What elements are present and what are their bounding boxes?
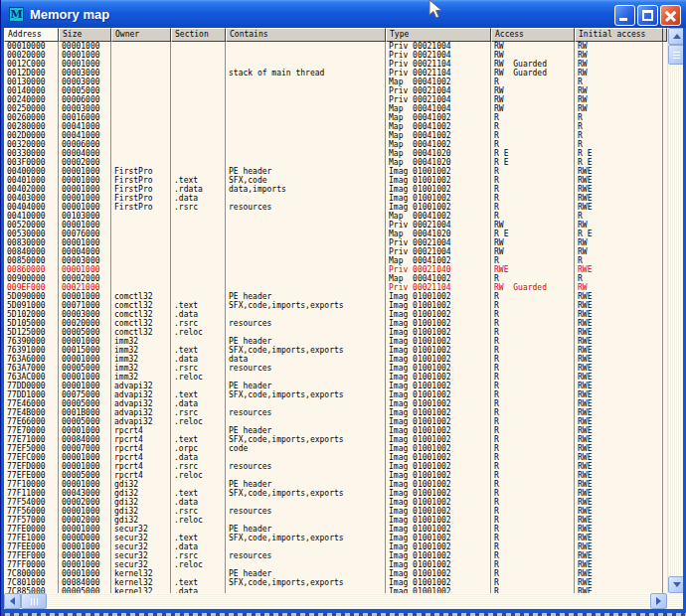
cell-type: Imag 01001002 (386, 319, 491, 328)
table-row[interactable]: 00240000 00006000 Priv 00021004 RW RW (4, 95, 667, 104)
table-row[interactable]: 009EF000 00021000 Priv 00021104 RW Guard… (4, 283, 667, 292)
cell-initial-access: RWE (575, 328, 663, 337)
scroll-left-button[interactable] (4, 593, 21, 609)
table-row[interactable]: 00400000 00001000 FirstPro PE header Ima… (4, 167, 667, 176)
table-row[interactable]: 00900000 00002000 Map 00041002 R R (4, 274, 667, 283)
cell-address: 00260000 (4, 113, 59, 122)
table-row[interactable]: 00140000 00005000 Priv 00021004 RW RW (4, 86, 667, 95)
table-row[interactable]: 763A6000 00001000 imm32 .data data Imag … (4, 355, 667, 364)
table-row[interactable]: 77F11000 00043000 gdi32 .text SFX,code,i… (4, 489, 667, 498)
table-row[interactable]: 00410000 00103000 Map 00041002 R R (4, 212, 667, 221)
cell-address: 77EF5000 (4, 444, 59, 453)
table-row[interactable]: 77F57000 00002000 gdi32 .reloc Imag 0100… (4, 516, 667, 525)
table-row[interactable]: 00260000 00016000 Map 00041002 R R (4, 113, 667, 122)
scroll-up-button[interactable] (668, 28, 684, 45)
table-row[interactable]: 7C800000 00001000 kernel32 PE header Ima… (4, 569, 667, 578)
horizontal-scrollbar[interactable] (4, 593, 667, 609)
table-row[interactable]: 00520000 00001000 Priv 00021004 RW RW (4, 221, 667, 230)
table-row[interactable]: 00860000 00001000 Priv 00021040 RWE RWE (4, 265, 667, 274)
column-header-initial-access[interactable]: Initial access (575, 28, 663, 42)
table-row[interactable]: 763A7000 00005000 imm32 .rsrc resources … (4, 364, 667, 373)
table-row[interactable]: 77FE1000 0000D000 secur32 .text SFX,code… (4, 534, 667, 542)
column-header-owner[interactable]: Owner (111, 28, 171, 42)
table-row[interactable]: 77DD1000 00075000 advapi32 .text SFX,cod… (4, 390, 667, 399)
table-row[interactable]: 7C801000 00084000 kernel32 .text SFX,cod… (4, 578, 667, 587)
table-row[interactable]: 77EF5000 00007000 rpcrt4 .orpc code Imag… (4, 444, 667, 453)
table-row[interactable]: 00280000 00041000 Map 00041002 R R (4, 122, 667, 131)
table-row[interactable]: 76390000 00001000 imm32 PE header Imag 0… (4, 337, 667, 346)
table-row[interactable]: 77EFD000 00001000 rpcrt4 .rsrc resources… (4, 462, 667, 471)
cell-contains (226, 51, 386, 60)
scroll-right-button[interactable] (650, 593, 667, 609)
maximize-button[interactable] (637, 5, 658, 26)
vertical-scroll-thumb[interactable] (668, 45, 684, 65)
table-row[interactable]: 0012D000 00003000 stack of main thread P… (4, 69, 667, 77)
cell-size: 00001000 (59, 373, 111, 382)
vertical-scrollbar[interactable] (667, 28, 684, 593)
table-row[interactable]: 003F0000 00002000 Map 00041020 R E R E (4, 158, 667, 167)
column-header-size[interactable]: Size (59, 28, 111, 42)
column-header-contains[interactable]: Contains (226, 28, 386, 42)
table-row[interactable]: 00840000 00004000 Priv 00021004 RW RW (4, 247, 667, 256)
table-row[interactable]: 5D090000 00001000 comctl32 PE header Ima… (4, 292, 667, 301)
cell-size: 00041000 (59, 122, 111, 131)
table-row[interactable]: 77E70000 00001000 rpcrt4 PE header Imag … (4, 426, 667, 435)
table-row[interactable]: 77FEF000 00001000 secur32 .rsrc resource… (4, 551, 667, 560)
table-row[interactable]: 77F56000 00001000 gdi32 .rsrc resources … (4, 507, 667, 516)
table-row[interactable]: 00830000 00001000 Priv 00021004 RW RW (4, 238, 667, 247)
cell-initial-access: R (575, 274, 663, 283)
table-row[interactable]: 77FE0000 00001000 secur32 PE header Imag… (4, 525, 667, 534)
table-row[interactable]: 77FF0000 00001000 secur32 .reloc Imag 01… (4, 560, 667, 569)
scroll-down-button[interactable] (668, 576, 684, 593)
column-header-section[interactable]: Section (171, 28, 226, 42)
minimize-button[interactable] (614, 5, 635, 26)
cell-size: 00001000 (59, 194, 111, 203)
table-row[interactable]: 0012C000 00001000 Priv 00021104 RW Guard… (4, 60, 667, 69)
cell-contains: PE header (226, 292, 386, 301)
table-row[interactable]: 00320000 00006000 Map 00041002 R R (4, 140, 667, 149)
table-row[interactable]: 5D125000 00005000 comctl32 .reloc Imag 0… (4, 328, 667, 337)
column-header-access[interactable]: Access (491, 28, 575, 42)
table-row[interactable]: 77E71000 00084000 rpcrt4 .text SFX,code,… (4, 435, 667, 444)
table-row[interactable]: 77DD0000 00001000 advapi32 PE header Ima… (4, 382, 667, 390)
table-row[interactable]: 00530000 00076000 Map 00041020 R E R E (4, 230, 667, 238)
titlebar[interactable]: M Memory map (1, 0, 686, 28)
column-header-address[interactable]: Address (4, 28, 59, 42)
table-row[interactable]: 00130000 00003000 Map 00041002 R R (4, 77, 667, 86)
table-row[interactable]: 00403000 00001000 FirstPro .data Imag 01… (4, 194, 667, 203)
table-row[interactable]: 00850000 00003000 Map 00041002 R R (4, 256, 667, 265)
table-row[interactable]: 77EFC000 00001000 rpcrt4 .data Imag 0100… (4, 453, 667, 462)
cell-owner (111, 265, 171, 274)
cell-section (171, 167, 226, 176)
table-row[interactable]: 5D091000 00071000 comctl32 .text SFX,cod… (4, 301, 667, 310)
column-header-type[interactable]: Type (386, 28, 491, 42)
table-row[interactable]: 77EFE000 00005000 rpcrt4 .reloc Imag 010… (4, 471, 667, 480)
table-row[interactable]: 002D0000 00041000 Map 00041002 R R (4, 131, 667, 140)
table-row[interactable]: 00404000 00001000 FirstPro .rsrc resourc… (4, 203, 667, 212)
cell-initial-access: RWE (575, 498, 663, 507)
table-row[interactable]: 77E66000 00005000 advapi32 .reloc Imag 0… (4, 417, 667, 426)
table-row[interactable]: 00250000 00003000 Map 00041004 RW RW (4, 104, 667, 113)
close-button[interactable] (660, 5, 681, 26)
cell-access: R (491, 203, 575, 212)
table-row[interactable]: 77E4B000 0001B000 advapi32 .rsrc resourc… (4, 408, 667, 417)
table-row[interactable]: 00402000 00001000 FirstPro .rdata data,i… (4, 185, 667, 194)
table-row[interactable]: 76391000 00015000 imm32 .text SFX,code,i… (4, 346, 667, 355)
table-row[interactable]: 00401000 00001000 FirstPro .text SFX,cod… (4, 176, 667, 185)
table-row[interactable]: 77E46000 00005000 advapi32 .data Imag 01… (4, 399, 667, 408)
table-row[interactable]: 00020000 00001000 Priv 00021004 RW RW (4, 51, 667, 60)
horizontal-scroll-thumb[interactable] (21, 593, 47, 609)
cell-section (171, 274, 226, 283)
table-row[interactable]: 00330000 00004000 Map 00041020 R E R E (4, 149, 667, 158)
table-row[interactable]: 00010000 00001000 Priv 00021004 RW RW (4, 42, 667, 51)
table-row[interactable]: 77F54000 00002000 gdi32 .data Imag 01001… (4, 498, 667, 507)
horizontal-scroll-track[interactable] (47, 593, 650, 609)
table-row[interactable]: 77FEE000 00001000 secur32 .data Imag 010… (4, 542, 667, 551)
table-row[interactable]: 763AC000 00001000 imm32 .reloc Imag 0100… (4, 373, 667, 382)
cell-contains (226, 516, 386, 525)
table-row[interactable]: 77F10000 00001000 gdi32 PE header Imag 0… (4, 480, 667, 489)
table-row[interactable]: 5D102000 00003000 comctl32 .data Imag 01… (4, 310, 667, 319)
cell-type: Imag 01001002 (386, 185, 491, 194)
table-row[interactable]: 5D105000 00020000 comctl32 .rsrc resourc… (4, 319, 667, 328)
vertical-scroll-track[interactable] (668, 65, 684, 576)
